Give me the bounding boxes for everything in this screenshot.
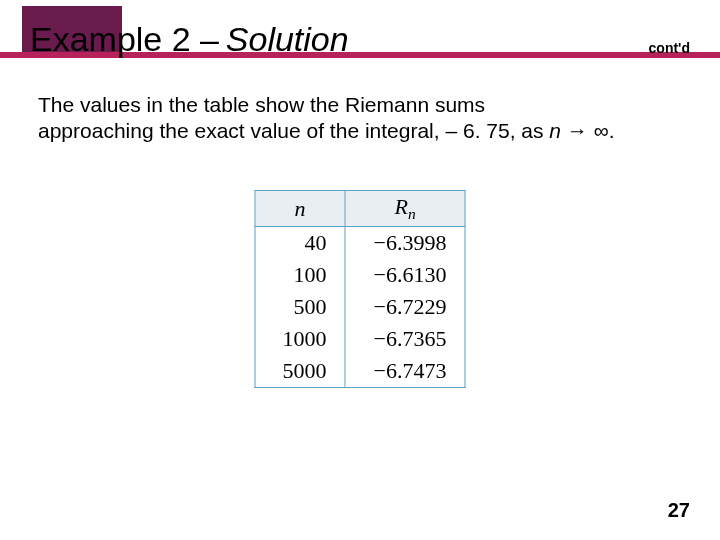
col-n: n [255,191,345,227]
arrow-inf: → ∞ [561,119,609,142]
table-row: 1000 −6.7365 [255,323,465,355]
cell-Rn: −6.7229 [345,291,465,323]
table-header-row: n Rn [255,191,465,227]
cell-Rn: −6.7365 [345,323,465,355]
page-number: 27 [668,499,690,522]
continued-label: cont'd [649,40,690,56]
table-row: 5000 −6.7473 [255,355,465,388]
body-line1: The values in the table show the Riemann… [38,93,485,116]
cell-n: 40 [255,227,345,260]
riemann-table-wrap: n Rn 40 −6.3998 100 −6.6130 500 −6.7229 … [255,190,466,388]
cell-Rn: −6.7473 [345,355,465,388]
table-row: 100 −6.6130 [255,259,465,291]
cell-n: 500 [255,291,345,323]
explanation-paragraph: The values in the table show the Riemann… [38,92,680,145]
var-n: n [549,119,561,142]
cell-n: 5000 [255,355,345,388]
table-row: 500 −6.7229 [255,291,465,323]
cell-n: 100 [255,259,345,291]
col-Rn: Rn [345,191,465,227]
cell-Rn: −6.3998 [345,227,465,260]
slide-title: Example 2 – Solution [30,20,349,59]
table-row: 40 −6.3998 [255,227,465,260]
body-line2a: approaching the exact value of the integ… [38,119,549,142]
riemann-table: n Rn 40 −6.3998 100 −6.6130 500 −6.7229 … [255,190,466,388]
period: . [609,119,615,142]
cell-n: 1000 [255,323,345,355]
title-plain: Example 2 – [30,20,219,59]
title-italic: Solution [226,20,349,59]
cell-Rn: −6.6130 [345,259,465,291]
